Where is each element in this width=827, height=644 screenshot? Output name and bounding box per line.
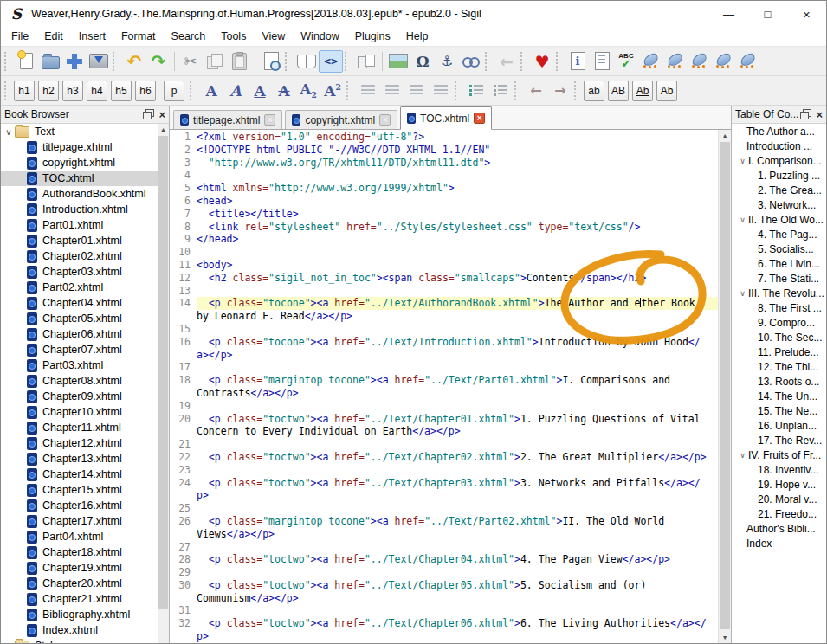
file-item[interactable]: TOC.xhtml	[1, 171, 169, 186]
code-line[interactable]: <body>	[197, 259, 719, 272]
file-item[interactable]: Index.xhtml	[1, 622, 169, 638]
toc-item[interactable]: 12. The Thi...	[732, 359, 826, 374]
code-line[interactable]: <p class="margintop tocone"><a href="../…	[197, 374, 719, 387]
code-line[interactable]: <head>	[197, 195, 719, 208]
book-view-icon[interactable]	[294, 50, 319, 73]
align-left-icon[interactable]	[356, 80, 380, 102]
file-item[interactable]: Bibliography.xhtml	[1, 607, 169, 622]
toc-item[interactable]: 15. The Ne...	[732, 403, 826, 418]
scrollbar-thumb[interactable]	[158, 136, 168, 609]
uppercase-button[interactable]: AB	[608, 80, 629, 101]
file-item[interactable]: Part04.xhtml	[1, 529, 169, 544]
book-browser-scrollbar[interactable]: ▲	[158, 124, 169, 643]
code-line[interactable]: <html xmlns="http://www.w3.org/1999/xhtm…	[197, 182, 719, 195]
code-line[interactable]: <h2 class="sigil_not_in_toc"><span class…	[197, 272, 719, 285]
code-line[interactable]: Contrasts</a></p>	[197, 387, 719, 400]
chevron-down-icon[interactable]: ∨	[737, 289, 748, 298]
heading-button-h4[interactable]: h4	[87, 80, 107, 101]
bold-icon[interactable]: A	[199, 80, 223, 102]
file-item[interactable]: Chapter07.xhtml	[1, 342, 169, 357]
add-file-icon[interactable]	[62, 50, 87, 73]
toc-item[interactable]: 10. The Sec...	[732, 330, 826, 345]
align-right-icon[interactable]	[404, 80, 429, 102]
heading-button-h5[interactable]: h5	[111, 80, 132, 101]
menu-plugins[interactable]: Plugins	[347, 29, 398, 44]
toolbar-grip[interactable]	[113, 52, 119, 71]
code-line[interactable]	[197, 400, 719, 413]
back-icon[interactable]: ←	[494, 50, 519, 73]
file-item[interactable]: Chapter04.xhtml	[1, 295, 169, 311]
tab-toc-xhtml[interactable]: TOC.xhtml×	[400, 106, 492, 130]
editor-scrollbar[interactable]: ▲ ▼	[718, 130, 731, 643]
toc-item[interactable]: ∨II. The Old Wo...	[732, 212, 826, 227]
toc-item[interactable]: ∨IV. Fruits of Fr...	[732, 448, 826, 462]
toc-item[interactable]: 14. The Un...	[732, 389, 826, 403]
code-line[interactable]: <p class="tocone"><a href="../Text/Autho…	[197, 297, 719, 310]
donate-heart-icon[interactable]: ♥	[530, 50, 554, 73]
file-item[interactable]: Part02.xhtml	[1, 280, 169, 295]
toolbar-grip[interactable]	[346, 81, 352, 100]
tab-close-icon[interactable]: ×	[474, 113, 485, 124]
toolbar-grip[interactable]	[574, 81, 580, 100]
lowercase-button[interactable]: ab	[584, 80, 604, 101]
menu-window[interactable]: Window	[293, 29, 346, 44]
numbered-list-icon[interactable]	[488, 80, 513, 102]
file-item[interactable]: Chapter13.xhtml	[1, 451, 169, 467]
code-line[interactable]	[197, 323, 719, 336]
open-folder-icon[interactable]	[38, 50, 62, 73]
toc-item[interactable]: The Author a...	[732, 124, 826, 138]
link-icon[interactable]	[459, 50, 483, 73]
outdent-icon[interactable]: ←	[524, 80, 548, 102]
menu-search[interactable]: Search	[164, 29, 214, 44]
toc-item[interactable]: 1. Puzzling ...	[732, 168, 826, 183]
toc-item[interactable]: Index	[732, 536, 826, 551]
new-file-icon[interactable]	[14, 50, 38, 73]
code-line[interactable]	[197, 169, 719, 182]
mend-icon-4[interactable]	[711, 50, 735, 73]
chevron-right-icon[interactable]: ›	[3, 641, 15, 644]
code-line[interactable]: Communism</a></p>	[197, 592, 719, 605]
file-item[interactable]: AuthorandBook.xhtml	[1, 186, 169, 202]
toc-item[interactable]: 5. Socialis...	[732, 242, 826, 256]
toolbar-grip[interactable]	[485, 52, 491, 71]
toc-item[interactable]: 16. Unplan...	[732, 418, 826, 433]
mend-icon-2[interactable]	[662, 50, 687, 73]
file-item[interactable]: copyright.xhtml	[1, 155, 169, 171]
toc-item[interactable]: 13. Roots o...	[732, 374, 826, 389]
mend-icon-5[interactable]	[735, 50, 759, 73]
float-panel-icon[interactable]	[800, 112, 809, 119]
toc-item[interactable]: 8. The First ...	[732, 300, 826, 315]
file-item[interactable]: Chapter06.xhtml	[1, 326, 169, 342]
scroll-down-icon[interactable]: ▼	[719, 632, 731, 643]
minimize-button[interactable]: —	[709, 1, 748, 27]
code-line[interactable]	[197, 438, 719, 451]
tab-close-icon[interactable]: ×	[379, 114, 391, 126]
code-line[interactable]: <p class="toctwo"><a href="../Text/Chapt…	[197, 553, 719, 566]
heading-button-h2[interactable]: h2	[38, 80, 59, 101]
chevron-down-icon[interactable]: ∨	[737, 451, 748, 460]
mend-icon-3[interactable]	[687, 50, 711, 73]
split-view-icon[interactable]	[354, 50, 378, 73]
code-line[interactable]	[197, 604, 719, 617]
chevron-down-icon[interactable]: ∨	[3, 127, 15, 137]
insert-image-icon[interactable]	[386, 50, 410, 73]
float-panel-icon[interactable]	[143, 112, 152, 119]
toc-item[interactable]: 20. Moral v...	[732, 492, 826, 506]
file-item[interactable]: Chapter14.xhtml	[1, 467, 169, 482]
file-item[interactable]: Chapter17.xhtml	[1, 513, 169, 529]
file-item[interactable]: Introduction.xhtml	[1, 202, 169, 217]
file-item[interactable]: Part01.xhtml	[1, 217, 169, 233]
code-line[interactable]: <p class="toctwo"><a href="../Text/Chapt…	[197, 451, 719, 464]
code-line[interactable]	[197, 566, 719, 579]
file-item[interactable]: Chapter05.xhtml	[1, 311, 169, 326]
code-line[interactable]	[197, 361, 719, 374]
file-item[interactable]: Chapter11.xhtml	[1, 420, 169, 435]
code-view-icon[interactable]: <>	[319, 50, 343, 73]
copy-icon[interactable]	[203, 50, 227, 73]
toolbar-grip[interactable]	[190, 81, 196, 100]
file-item[interactable]: Chapter18.xhtml	[1, 544, 169, 560]
file-item[interactable]: titlepage.xhtml	[1, 139, 169, 155]
code-line[interactable]: <p class="margintop tocone"><a href="../…	[197, 515, 719, 528]
menu-file[interactable]: File	[3, 29, 36, 44]
file-item[interactable]: Chapter12.xhtml	[1, 435, 169, 451]
